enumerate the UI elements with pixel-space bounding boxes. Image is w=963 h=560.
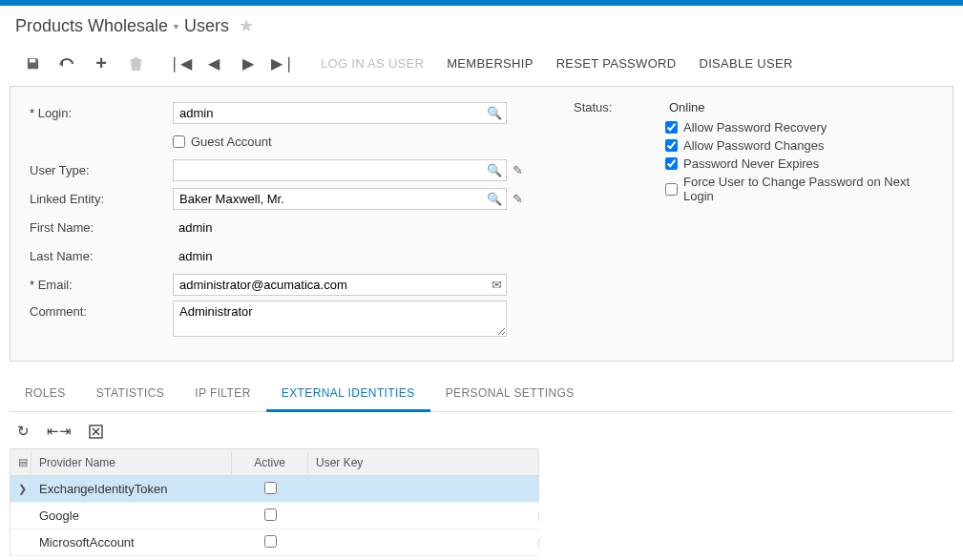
- save-icon[interactable]: [15, 50, 50, 76]
- never-expires-label: Password Never Expires: [683, 156, 819, 171]
- table-row[interactable]: MicrosoftAccount: [10, 529, 539, 556]
- breadcrumb-current: Users: [184, 16, 229, 36]
- breadcrumb: Products Wholesale ▾ Users ★: [0, 6, 963, 46]
- cell-provider: MicrosoftAccount: [31, 530, 232, 554]
- tab-roles[interactable]: ROLES: [10, 377, 81, 411]
- allow-changes-checkbox[interactable]: Allow Password Changes: [665, 138, 824, 153]
- never-expires-input[interactable]: [665, 157, 678, 170]
- col-active[interactable]: Active: [232, 451, 308, 474]
- main-toolbar: + ❘◀ ◀ ▶ ▶❘ LOG IN AS USER MEMBERSHIP RE…: [0, 46, 963, 86]
- active-checkbox[interactable]: [264, 482, 277, 494]
- row-indicator: [10, 538, 31, 548]
- guest-account-checkbox[interactable]: Guest Account: [173, 135, 272, 149]
- force-change-input[interactable]: [665, 183, 678, 196]
- grid-toolbar: ↻ ⇤⇥: [10, 420, 953, 443]
- email-label: Email:: [20, 278, 173, 292]
- favorite-star-icon[interactable]: ★: [239, 15, 254, 36]
- status-value: Online: [669, 100, 803, 114]
- export-excel-icon[interactable]: [82, 420, 109, 443]
- refresh-icon[interactable]: ↻: [10, 420, 36, 443]
- undo-icon[interactable]: [50, 50, 84, 76]
- linked-entity-input[interactable]: [173, 188, 507, 210]
- membership-button[interactable]: MEMBERSHIP: [435, 56, 544, 71]
- col-provider-name[interactable]: Provider Name: [31, 451, 232, 474]
- status-label: Status:: [574, 100, 669, 114]
- last-name-input[interactable]: [173, 246, 507, 266]
- allow-changes-input[interactable]: [665, 139, 678, 152]
- delete-icon: [118, 50, 153, 76]
- linked-entity-label: Linked Entity:: [20, 192, 173, 206]
- active-checkbox[interactable]: [264, 535, 277, 548]
- table-row[interactable]: ExchangeIdentityToken: [10, 476, 539, 503]
- row-indicator: [10, 511, 31, 521]
- active-checkbox[interactable]: [264, 508, 277, 521]
- comment-label: Comment:: [20, 301, 173, 319]
- email-input[interactable]: [173, 274, 507, 296]
- cell-active[interactable]: [232, 530, 308, 555]
- table-row[interactable]: Google: [10, 503, 539, 529]
- login-label: Login:: [20, 106, 173, 120]
- first-name-label: First Name:: [20, 220, 173, 235]
- prev-record-icon[interactable]: ◀: [197, 50, 231, 76]
- tab-personal-settings[interactable]: PERSONAL SETTINGS: [430, 377, 590, 411]
- last-name-label: Last Name:: [20, 249, 173, 263]
- allow-recovery-input[interactable]: [665, 121, 678, 134]
- edit-pencil-icon[interactable]: ✎: [513, 163, 523, 177]
- fit-columns-icon[interactable]: ⇤⇥: [46, 420, 73, 443]
- force-change-label: Force User to Change Password on Next Lo…: [683, 175, 943, 203]
- cell-user-key: [308, 538, 539, 548]
- user-type-label: User Type:: [20, 163, 173, 177]
- cell-provider: ExchangeIdentityToken: [31, 477, 232, 501]
- chevron-down-icon[interactable]: ▾: [174, 21, 178, 31]
- login-as-user-button: LOG IN AS USER: [309, 56, 435, 71]
- guest-account-input[interactable]: [173, 135, 185, 148]
- last-record-icon[interactable]: ▶❘: [265, 50, 300, 76]
- row-selector-header[interactable]: ▤: [10, 451, 31, 473]
- never-expires-checkbox[interactable]: Password Never Expires: [665, 156, 819, 171]
- tab-ip-filter[interactable]: IP FILTER: [179, 377, 266, 411]
- cell-user-key: [308, 485, 539, 494]
- row-indicator: [10, 478, 31, 500]
- breadcrumb-parent[interactable]: Products Wholesale: [15, 16, 168, 36]
- cell-active[interactable]: [232, 477, 308, 502]
- cell-provider: Google: [31, 504, 232, 528]
- user-form-panel: Login: 🔍 Guest Account User Type: 🔍 ✎ Li…: [10, 86, 953, 362]
- detail-tabs: ROLES STATISTICS IP FILTER EXTERNAL IDEN…: [10, 377, 953, 412]
- guest-account-label: Guest Account: [191, 135, 272, 149]
- force-change-checkbox[interactable]: Force User to Change Password on Next Lo…: [665, 175, 943, 203]
- identities-grid: ▤ Provider Name Active User Key Exchange…: [10, 448, 539, 556]
- disable-user-button[interactable]: DISABLE USER: [687, 56, 804, 71]
- first-name-input[interactable]: [173, 218, 507, 238]
- col-user-key[interactable]: User Key: [308, 451, 539, 474]
- allow-recovery-label: Allow Password Recovery: [683, 120, 827, 135]
- add-icon[interactable]: +: [84, 50, 118, 76]
- comment-input[interactable]: [173, 301, 507, 337]
- reset-password-button[interactable]: RESET PASSWORD: [545, 56, 688, 71]
- tab-statistics[interactable]: STATISTICS: [81, 377, 180, 411]
- grid-header-row: ▤ Provider Name Active User Key: [10, 449, 539, 476]
- cell-active[interactable]: [232, 504, 308, 529]
- first-record-icon[interactable]: ❘◀: [162, 50, 197, 76]
- allow-changes-label: Allow Password Changes: [683, 138, 824, 153]
- cell-user-key: [308, 511, 539, 521]
- allow-recovery-checkbox[interactable]: Allow Password Recovery: [665, 120, 827, 135]
- tab-external-identities[interactable]: EXTERNAL IDENTITIES: [266, 377, 430, 412]
- login-input[interactable]: [173, 102, 507, 124]
- next-record-icon[interactable]: ▶: [231, 50, 265, 76]
- edit-pencil-icon[interactable]: ✎: [513, 192, 523, 206]
- user-type-input[interactable]: [173, 159, 507, 181]
